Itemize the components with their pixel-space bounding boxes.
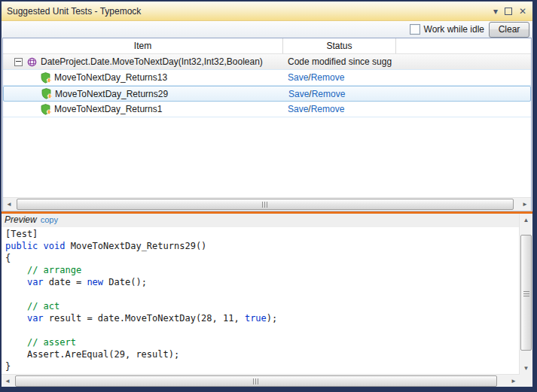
list-horizontal-scrollbar[interactable]: ◄ ► bbox=[3, 197, 531, 211]
save-link[interactable]: Save bbox=[288, 89, 309, 99]
scroll-right-icon[interactable]: ► bbox=[519, 198, 531, 211]
tool-window: Suggested Unit Tests - Typemock ▾ ✕ Work… bbox=[2, 2, 532, 387]
test-label: MoveToNextDay_Returns1 bbox=[54, 104, 162, 114]
table-row-test[interactable]: MoveToNextDay_Returns13 Save / Remove bbox=[3, 70, 531, 86]
remove-link[interactable]: Remove bbox=[312, 89, 346, 99]
code-line: [Test] bbox=[5, 228, 519, 240]
list-empty-area bbox=[3, 117, 531, 197]
scrollbar-corner bbox=[520, 374, 532, 387]
table-row-test[interactable]: MoveToNextDay_Returns1 Save / Remove bbox=[3, 102, 531, 117]
code-line: public void MoveToNextDay_Returns29() bbox=[5, 240, 519, 252]
code-area[interactable]: [Test]public void MoveToNextDay_Returns2… bbox=[2, 227, 519, 374]
preview-horizontal-scrollbar[interactable]: ◄ ► bbox=[2, 374, 520, 387]
code-line: var result = date.MoveToNextDay(28, 11, … bbox=[5, 312, 519, 324]
save-link[interactable]: Save bbox=[288, 104, 308, 114]
save-link[interactable]: Save bbox=[288, 72, 308, 83]
scroll-right-icon[interactable]: ► bbox=[508, 375, 520, 387]
remove-link[interactable]: Remove bbox=[311, 104, 345, 114]
test-label: MoveToNextDay_Returns29 bbox=[55, 89, 168, 99]
work-while-idle-checkbox[interactable] bbox=[410, 24, 420, 35]
copy-link[interactable]: copy bbox=[41, 215, 58, 224]
code-line: { bbox=[5, 252, 519, 264]
test-label: MoveToNextDay_Returns13 bbox=[54, 72, 167, 83]
clear-button[interactable]: Clear bbox=[489, 22, 529, 38]
scroll-down-icon[interactable]: ▼ bbox=[520, 362, 532, 374]
group-label: DateProject.Date.MoveToNextDay(Int32,Int… bbox=[41, 56, 263, 67]
test-shield-add-icon bbox=[41, 88, 52, 99]
code-line: // arrange bbox=[5, 264, 519, 276]
suggested-tests-list: Item Status DateProject.Date.MoveToNextD… bbox=[2, 38, 532, 211]
window-title: Suggested Unit Tests - Typemock bbox=[7, 6, 141, 17]
preview-vertical-scrollbar[interactable]: ▲ ▼ bbox=[519, 214, 532, 374]
code-line: Assert.AreEqual(29, result); bbox=[5, 348, 519, 360]
close-icon[interactable]: ✕ bbox=[519, 7, 526, 16]
scroll-left-icon[interactable]: ◄ bbox=[3, 198, 15, 211]
code-line bbox=[5, 324, 519, 336]
code-line: var date = new Date(); bbox=[5, 276, 519, 288]
scroll-left-icon[interactable]: ◄ bbox=[2, 375, 14, 387]
test-shield-add-icon bbox=[41, 72, 51, 84]
work-while-idle-label: Work while idle bbox=[424, 24, 484, 35]
column-header-status[interactable]: Status bbox=[283, 38, 396, 53]
code-line bbox=[5, 288, 519, 300]
remove-link[interactable]: Remove bbox=[311, 72, 345, 83]
code-line: } bbox=[5, 360, 519, 372]
column-header-item[interactable]: Item bbox=[3, 38, 283, 53]
list-header: Item Status bbox=[3, 38, 531, 54]
maximize-icon[interactable] bbox=[505, 8, 512, 15]
scrollbar-thumb[interactable] bbox=[520, 235, 532, 351]
preview-title: Preview bbox=[5, 214, 37, 225]
scrollbar-thumb[interactable] bbox=[15, 375, 497, 387]
group-status: Code modified since sugg bbox=[288, 56, 392, 67]
work-while-idle-option[interactable]: Work while idle bbox=[410, 24, 484, 35]
test-shield-add-icon bbox=[41, 104, 51, 115]
title-bar[interactable]: Suggested Unit Tests - Typemock ▾ ✕ bbox=[2, 2, 532, 21]
preview-pane: Preview copy [Test]public void MoveToNex… bbox=[2, 214, 532, 387]
code-line: // assert bbox=[5, 336, 519, 348]
toolbar: Work while idle Clear bbox=[2, 21, 532, 38]
window-menu-icon[interactable]: ▾ bbox=[493, 7, 498, 16]
code-line: // act bbox=[5, 300, 519, 312]
column-header-empty bbox=[396, 38, 531, 53]
method-icon bbox=[27, 57, 37, 67]
scrollbar-thumb[interactable] bbox=[17, 199, 514, 210]
scroll-up-icon[interactable]: ▲ bbox=[520, 214, 532, 226]
collapse-expander-icon[interactable] bbox=[14, 58, 23, 66]
table-row-test-selected[interactable]: MoveToNextDay_Returns29 Save / Remove bbox=[3, 86, 531, 102]
table-row-group[interactable]: DateProject.Date.MoveToNextDay(Int32,Int… bbox=[3, 54, 531, 70]
